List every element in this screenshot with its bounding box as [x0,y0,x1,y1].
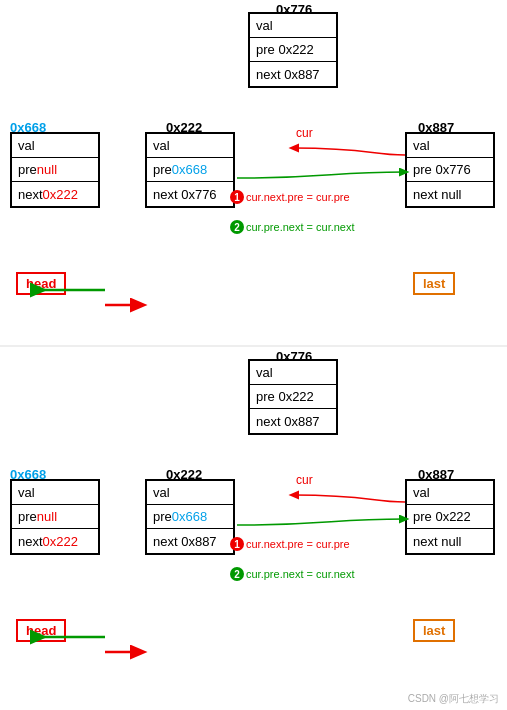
node-222-d1: val pre 0x668 next 0x776 [145,132,235,208]
node-668-val-d2: val [12,481,98,505]
addr-887-d1: 0x887 [418,120,454,135]
ann2-d1: 2cur.pre.next = cur.next [230,220,355,234]
ann1-d2: 1cur.next.pre = cur.pre [230,537,350,551]
addr-887-d2: 0x887 [418,467,454,482]
node-776-val-d2: val [250,361,336,385]
head-box-d1: head [16,272,66,295]
node-887-pre-d1: pre 0x776 [407,158,493,182]
node-222-val-d2: val [147,481,233,505]
node-887-pre-d2: pre 0x222 [407,505,493,529]
node-776-pre-d1: pre 0x222 [250,38,336,62]
last-box-d2: last [413,619,455,642]
node-776-next-d2: next 0x887 [250,409,336,433]
addr-222-d2: 0x222 [166,467,202,482]
diagram-1: val pre 0x222 next 0x887 0x776 val pre n… [0,0,507,345]
node-222-d2: val pre 0x668 next 0x887 [145,479,235,555]
node-668-d1: val pre null next 0x222 [10,132,100,208]
node-776-val-d1: val [250,14,336,38]
ann1-d1: 1cur.next.pre = cur.pre [230,190,350,204]
node-668-next-d2: next 0x222 [12,529,98,553]
node-776-d2: val pre 0x222 next 0x887 [248,359,338,435]
node-887-next-d2: next null [407,529,493,553]
node-887-val-d2: val [407,481,493,505]
last-box-d1: last [413,272,455,295]
node-222-next-d2: next 0x887 [147,529,233,553]
node-668-pre-d1: pre null [12,158,98,182]
diagram-2: val pre 0x222 next 0x887 0x776 val pre n… [0,347,507,702]
node-887-next-d1: next null [407,182,493,206]
node-222-next-d1: next 0x776 [147,182,233,206]
node-668-d2: val pre null next 0x222 [10,479,100,555]
node-668-next-d1: next 0x222 [12,182,98,206]
watermark: CSDN @阿七想学习 [408,692,499,706]
node-222-pre-d2: pre 0x668 [147,505,233,529]
head-box-d2: head [16,619,66,642]
addr-668-d2: 0x668 [10,467,46,482]
node-776-pre-d2: pre 0x222 [250,385,336,409]
node-222-pre-d1: pre 0x668 [147,158,233,182]
node-668-val-d1: val [12,134,98,158]
node-887-val-d1: val [407,134,493,158]
node-222-val-d1: val [147,134,233,158]
addr-776-d2: 0x776 [276,349,312,364]
node-668-pre-d2: pre null [12,505,98,529]
node-887-d1: val pre 0x776 next null [405,132,495,208]
cur-label-d2: cur [296,473,313,487]
ann2-d2: 2cur.pre.next = cur.next [230,567,355,581]
addr-668-d1: 0x668 [10,120,46,135]
cur-label-d1: cur [296,126,313,140]
addr-776-d1: 0x776 [276,2,312,17]
node-776-d1: val pre 0x222 next 0x887 [248,12,338,88]
node-887-d2: val pre 0x222 next null [405,479,495,555]
node-776-next-d1: next 0x887 [250,62,336,86]
addr-222-d1: 0x222 [166,120,202,135]
